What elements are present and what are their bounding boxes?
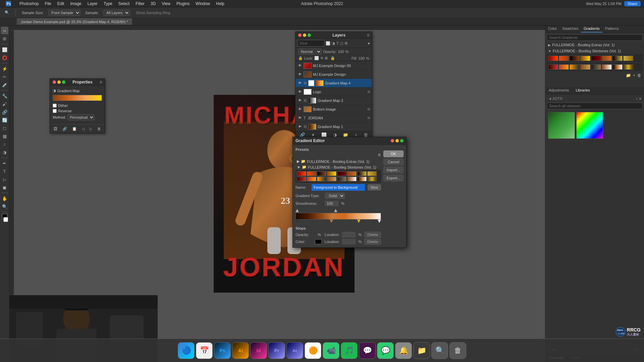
gradient-search-input[interactable] [547,34,643,41]
menu-window[interactable]: Window [193,1,213,7]
tab-swatches[interactable]: Swatches [559,25,581,33]
dock-spotify[interactable]: 🎵 [341,342,358,359]
tool-path-selection[interactable]: ▷ [1,176,8,183]
dock-trash[interactable]: 🗑 [449,342,466,359]
layer-blend-mode-select[interactable]: Normal [298,49,322,55]
menu-layer[interactable]: Layer [85,1,100,7]
ge-export-button[interactable]: Export... [383,175,404,181]
layer-vis-6[interactable]: 👁 [298,116,302,120]
lib-filter-icon[interactable]: ≡ [639,97,641,101]
dock-files[interactable]: 📁 [413,342,430,359]
canvas-area[interactable]: MICHAEL [9,25,545,362]
tool-zoom[interactable]: 🔍 [1,203,8,210]
gs-6[interactable] [602,56,612,61]
ge-min-dot[interactable] [395,139,399,142]
tool-type[interactable]: T [1,168,8,175]
ge-color-stop-3[interactable] [357,220,361,223]
menu-plugins[interactable]: Plugins [174,1,192,7]
tab-adjustments[interactable]: Adjustments [545,87,573,94]
tool-spot-heal[interactable]: 🔧 [1,92,8,100]
ge-smooth-input[interactable] [325,201,338,206]
gs-9[interactable] [548,64,558,70]
gradient-map-preview[interactable] [53,95,102,101]
tab-patterns[interactable]: Patterns [602,25,622,33]
gs-2[interactable] [559,56,569,61]
ge-close-dot[interactable] [391,139,394,142]
menu-type[interactable]: Type [101,1,115,7]
tool-artboard[interactable]: ⊞ [1,35,8,42]
ge-sw-15[interactable] [357,177,367,181]
ge-opacity-stop-1[interactable] [296,209,299,212]
layer-visibility-toggle-5[interactable]: ⊙ [367,107,370,111]
ge-type-select[interactable]: Solid [325,193,345,199]
ge-opacity-stop-2[interactable] [334,209,337,212]
background-color[interactable] [3,217,8,222]
gs-14[interactable] [602,64,612,70]
dock-facetime[interactable]: 📹 [323,342,339,359]
ge-color-swatch[interactable] [315,239,322,244]
method-select[interactable]: Perceptual [67,114,95,120]
dock-ai[interactable]: Ai [232,342,249,359]
dither-checkbox[interactable] [53,104,57,108]
layer-item-1[interactable]: 👁 MJ Example Design [296,70,372,79]
dock-bell[interactable]: 🔔 [395,342,412,359]
ge-ok-button[interactable]: OK [383,150,404,157]
gs-3[interactable] [570,56,580,61]
lib-thumb-2[interactable] [576,112,603,139]
ge-sw-5[interactable] [337,171,346,176]
ge-opacity-location-input[interactable] [342,232,356,237]
prop-btn-delete[interactable]: 🗑 [97,126,102,132]
dock-pr[interactable]: Pr [268,342,285,359]
tab-gradients[interactable]: Gradients [581,25,602,33]
layer-item-5[interactable]: 👁 Bottom Image ⊙ [296,105,372,114]
ge-sw-12[interactable] [327,177,336,181]
ge-new-button[interactable]: New [368,184,381,190]
tool-hand[interactable]: ✋ [1,195,8,202]
dock-slack[interactable]: 💬 [359,342,376,359]
layer-vis-5[interactable]: 👁 [298,107,302,112]
ge-sw-11[interactable] [317,177,326,181]
tool-eraser[interactable]: ◻ [1,124,8,132]
ge-cancel-button[interactable]: Cancel [383,159,404,165]
layer-vis-1[interactable]: 👁 [298,72,302,77]
menu-image[interactable]: Image [67,1,84,7]
ge-max-dot[interactable] [400,139,404,142]
ge-sw-8[interactable] [367,171,377,176]
ge-color-delete-button[interactable]: Delete [364,239,381,245]
properties-menu[interactable]: ≡ [100,80,102,84]
layers-filter-smart[interactable]: ⚙ [344,41,348,46]
gradient-folder-2[interactable]: ▼ FULLERMOE - Bootleg Skintones (Vol. 1) [547,48,643,54]
layers-filter-type[interactable]: T [336,41,339,45]
layers-close-dot[interactable] [298,34,302,37]
ge-opacity-delete-button[interactable]: Delete [364,232,381,238]
gs-7[interactable] [612,56,623,61]
gradient-new-icon[interactable]: + [633,73,635,78]
menu-photoshop[interactable]: Photoshop [17,1,41,7]
share-button[interactable]: Share [624,1,641,6]
tool-lasso[interactable]: ⭕ [1,54,8,61]
gs-16[interactable] [623,64,633,70]
ge-sw-1[interactable] [297,171,306,176]
ge-color-stop-4[interactable] [378,220,381,223]
ge-sw-16[interactable] [367,177,377,181]
lib-thumb-1[interactable] [548,112,575,139]
sample-size-select[interactable]: Point Sample [48,10,80,16]
ge-sw-7[interactable] [357,171,367,176]
tool-eyedropper[interactable]: 🔍 [3,10,11,15]
gs-4[interactable] [580,56,590,61]
library-search-input[interactable] [547,103,643,109]
dock-chrome[interactable]: 🟠 [305,342,321,359]
layers-filter-pixel[interactable]: ⬜ [326,41,330,46]
dock-id[interactable]: Id [250,342,267,359]
menu-help[interactable]: Help [213,1,227,7]
menu-select[interactable]: Select [116,1,132,7]
gs-5[interactable] [591,56,601,61]
sample-select[interactable]: All Layers [103,10,130,16]
tab-libraries[interactable]: Libraries [573,87,593,94]
ge-sw-2[interactable] [307,171,316,176]
ge-presets-settings-icon[interactable]: ⚙ [378,153,381,157]
layers-filter-toggle[interactable]: ● [368,41,370,45]
dock-messages[interactable]: 💬 [377,342,394,359]
gs-13[interactable] [591,64,601,70]
tool-history-brush[interactable]: 🔄 [1,116,8,124]
